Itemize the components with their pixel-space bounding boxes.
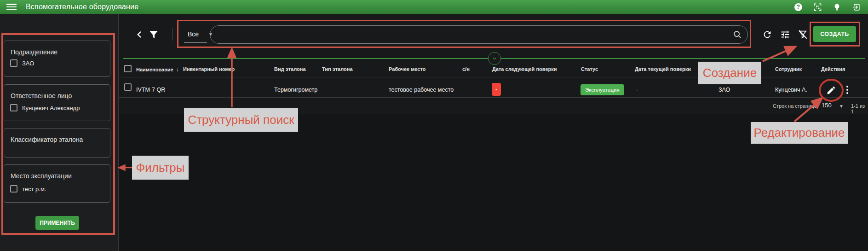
checkbox[interactable] <box>10 104 17 111</box>
column-header-next-check[interactable]: Дата следующей поверки <box>492 66 557 72</box>
select-all-checkbox[interactable] <box>124 65 132 72</box>
filter-group-division: Подразделение ЗАО <box>4 41 110 77</box>
toolbar-divider <box>172 28 173 41</box>
chevron-down-icon[interactable]: ▼ <box>839 104 844 109</box>
chevron-down-icon <box>491 55 498 62</box>
column-header-current-check[interactable]: Дата текущей поверки <box>635 66 691 72</box>
column-header-status[interactable]: Статус <box>581 66 598 72</box>
filter-group-title: Классификатор эталона <box>11 136 83 143</box>
search-scope-dropdown[interactable]: Все <box>188 30 199 38</box>
cell-division: ЗАО <box>719 87 730 93</box>
column-header-employee[interactable]: Сотрудник <box>775 66 802 72</box>
checkbox[interactable] <box>10 185 17 193</box>
filters-sidebar: Подразделение ЗАО Ответственное лицо Кун… <box>0 14 119 251</box>
filter-funnel-icon[interactable] <box>148 29 159 40</box>
menu-icon[interactable] <box>6 4 17 10</box>
column-header-inventory[interactable]: Инвентарный номер <box>183 66 235 72</box>
filter-group-location: Место эксплуатации тест р.м. <box>4 164 110 203</box>
search-input[interactable] <box>220 27 728 43</box>
filter-group-title: Ответственное лицо <box>11 92 72 99</box>
column-header-type[interactable]: Тип эталона <box>322 66 353 72</box>
column-header-kind[interactable]: Вид эталона <box>274 66 306 72</box>
column-header-actions: Действия <box>821 66 845 72</box>
search-icon[interactable] <box>732 29 742 40</box>
expand-panel-button[interactable] <box>488 52 501 65</box>
filter-option[interactable]: ЗАО <box>10 59 34 67</box>
sort-desc-icon[interactable]: ↓ <box>176 66 179 73</box>
status-badge: Эксплуатация <box>581 84 624 95</box>
filter-option[interactable]: Кунцевич Александр <box>10 104 80 111</box>
page-title: Вспомогательное оборудование <box>26 3 138 11</box>
create-button[interactable]: СОЗДАТЬ <box>813 26 856 42</box>
qr-scan-icon[interactable] <box>813 3 822 12</box>
filter-group-classifier: Классификатор эталона <box>4 128 110 158</box>
annotation-label-create: Создание <box>698 62 761 84</box>
cell-employee: Кунцевич А. <box>775 87 807 93</box>
row-checkbox[interactable] <box>124 83 132 91</box>
filter-option[interactable]: тест р.м. <box>10 185 46 193</box>
column-header-serial[interactable]: с/н <box>462 66 470 72</box>
logout-icon[interactable] <box>852 3 861 12</box>
lightbulb-icon[interactable] <box>833 3 841 11</box>
column-header-name[interactable]: Наименование↓ <box>136 66 179 73</box>
apply-filters-button[interactable]: ПРИМЕНИТЬ <box>35 216 79 230</box>
topbar: Вспомогательное оборудование ? <box>0 0 868 14</box>
next-check-alert-badge: - <box>492 83 501 96</box>
clear-filter-icon[interactable] <box>798 29 808 40</box>
filter-group-responsible: Ответственное лицо Кунцевич Александр <box>4 84 110 121</box>
cell-kind: Термогигрометр <box>274 87 317 93</box>
cell-workplace: тестовое рабочее место <box>389 87 454 93</box>
cell-name: IVTM-7 QR <box>136 87 165 93</box>
rows-per-page-select[interactable]: 150 <box>822 102 832 109</box>
refresh-icon[interactable] <box>762 29 772 40</box>
rows-per-page-label: Строк на странице: <box>773 103 818 109</box>
cell-current-check: - <box>636 87 638 93</box>
filter-group-title: Место эксплуатации <box>11 172 72 180</box>
help-icon[interactable]: ? <box>794 3 802 11</box>
pagination-range: 1-1 из 1 <box>851 103 868 114</box>
edit-pencil-icon[interactable] <box>826 85 836 95</box>
checkbox[interactable] <box>10 59 17 67</box>
back-chevron-icon[interactable] <box>134 29 144 40</box>
app-window: Вспомогательное оборудование ? Подраздел… <box>0 0 868 251</box>
tune-settings-icon[interactable] <box>780 29 790 40</box>
row-menu-icon[interactable] <box>846 86 848 94</box>
column-header-workplace[interactable]: Рабочее место <box>389 66 425 72</box>
filter-group-title: Подразделение <box>11 48 57 56</box>
